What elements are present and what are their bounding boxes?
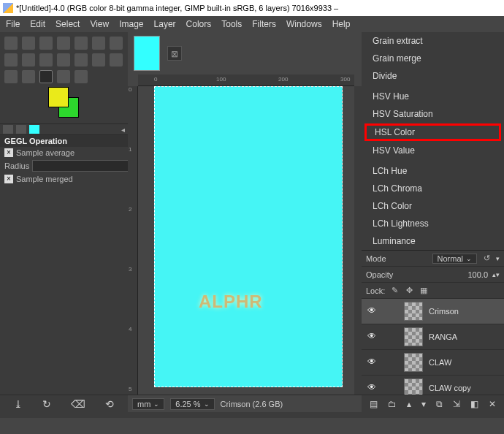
layer-name[interactable]: RANGA bbox=[429, 332, 457, 341]
chevron-down-icon[interactable]: ▾ bbox=[496, 255, 500, 262]
layer-row[interactable]: 👁CLAW bbox=[362, 350, 504, 376]
mode-row[interactable]: Mode Normal⌄ ↺ ▾ bbox=[362, 251, 504, 267]
layer-thumbnail[interactable] bbox=[404, 353, 423, 372]
unit-dropdown[interactable]: mm⌄ bbox=[132, 398, 164, 410]
layer-name[interactable]: CLAW bbox=[429, 358, 451, 367]
visibility-icon[interactable]: 👁 bbox=[366, 382, 378, 394]
radius-row[interactable]: Radius ▴▾ bbox=[0, 159, 128, 173]
tool-rect-select[interactable] bbox=[22, 37, 35, 50]
blend-mode-lch-hue[interactable]: LCh Hue bbox=[362, 162, 504, 180]
vertical-scrollbar[interactable] bbox=[354, 86, 362, 395]
layer-name[interactable]: Crimson bbox=[429, 307, 459, 316]
color-swatches[interactable] bbox=[48, 87, 86, 116]
blend-mode-grain-merge[interactable]: Grain merge bbox=[362, 50, 504, 67]
tool-fuzzy-select[interactable] bbox=[57, 37, 70, 50]
mode-dropdown[interactable]: Normal⌄ bbox=[432, 254, 477, 264]
opacity-row[interactable]: Opacity 100.0 ▴▾ bbox=[362, 267, 504, 283]
blend-mode-hsv-value[interactable]: HSV Value bbox=[362, 142, 504, 159]
blend-mode-menu[interactable]: Grain extractGrain mergeDivideHSV HueHSV… bbox=[362, 32, 504, 250]
layer-thumbnail[interactable] bbox=[404, 378, 423, 395]
blend-mode-lch-chroma[interactable]: LCh Chroma bbox=[362, 180, 504, 197]
duplicate-layer-icon[interactable]: ⧉ bbox=[436, 399, 443, 409]
tab-tooloptions-icon[interactable] bbox=[3, 125, 13, 134]
lock-position-icon[interactable]: ✥ bbox=[404, 286, 414, 295]
tool-text[interactable] bbox=[22, 70, 35, 83]
menu-image[interactable]: Image bbox=[119, 19, 143, 29]
menu-bar[interactable]: FileEditSelectViewImageLayerColorsToolsF… bbox=[0, 16, 504, 32]
tool-measure[interactable] bbox=[57, 70, 70, 83]
dock-menu-icon[interactable]: ◂ bbox=[121, 126, 125, 134]
blend-mode-hsv-saturation[interactable]: HSV Saturation bbox=[362, 105, 504, 123]
blend-mode-hsl-color[interactable]: HSL Color bbox=[364, 123, 501, 141]
tool-move[interactable] bbox=[4, 37, 18, 50]
restore-options-icon[interactable]: ↻ bbox=[42, 398, 51, 410]
merge-down-icon[interactable]: ⇲ bbox=[453, 399, 460, 409]
menu-help[interactable]: Help bbox=[332, 19, 351, 29]
canvas[interactable]: ALPHR bbox=[154, 86, 343, 387]
menu-view[interactable]: View bbox=[90, 19, 109, 29]
blend-mode-hsv-hue[interactable]: HSV Hue bbox=[362, 88, 504, 105]
tool-gradient[interactable] bbox=[22, 53, 35, 66]
lock-alpha-icon[interactable]: ▦ bbox=[419, 286, 429, 295]
close-image-icon[interactable]: ⊠ bbox=[167, 46, 182, 61]
tool-crop[interactable] bbox=[75, 37, 88, 50]
sample-average-row[interactable]: × Sample average bbox=[0, 147, 128, 159]
tool-rotate[interactable] bbox=[92, 37, 105, 50]
tool-eraser[interactable] bbox=[75, 53, 88, 66]
checkbox-icon[interactable]: × bbox=[4, 175, 13, 183]
fg-color[interactable] bbox=[48, 87, 69, 107]
save-options-icon[interactable]: ⤓ bbox=[14, 398, 23, 410]
delete-options-icon[interactable]: ⌫ bbox=[71, 398, 85, 410]
tool-scale[interactable] bbox=[110, 37, 123, 50]
tool-pencil[interactable] bbox=[39, 53, 53, 66]
dock-tabs[interactable]: ◂ bbox=[0, 123, 128, 135]
tool-free-select[interactable] bbox=[39, 37, 53, 50]
menu-file[interactable]: File bbox=[6, 19, 20, 29]
layer-row[interactable]: 👁Crimson bbox=[362, 299, 504, 324]
tool-gegl[interactable] bbox=[39, 70, 53, 83]
blend-mode-luminance[interactable]: Luminance bbox=[362, 232, 504, 250]
menu-tools[interactable]: Tools bbox=[221, 19, 242, 29]
spinner-icon[interactable]: ▴▾ bbox=[492, 271, 500, 278]
blend-mode-divide[interactable]: Divide bbox=[362, 67, 504, 85]
new-group-icon[interactable]: 🗀 bbox=[388, 399, 397, 409]
menu-layer[interactable]: Layer bbox=[154, 19, 176, 29]
tool-zoom[interactable] bbox=[75, 70, 88, 83]
layer-thumbnail[interactable] bbox=[404, 327, 423, 346]
canvas-area[interactable]: ALPHR bbox=[138, 86, 354, 395]
zoom-dropdown[interactable]: 6.25 %⌄ bbox=[170, 398, 214, 410]
layer-row[interactable]: 👁RANGA bbox=[362, 324, 504, 350]
switch-mode-icon[interactable]: ↺ bbox=[481, 254, 492, 263]
visibility-icon[interactable]: 👁 bbox=[366, 331, 378, 343]
new-layer-icon[interactable]: ▤ bbox=[370, 399, 378, 409]
lower-layer-icon[interactable]: ▾ bbox=[421, 399, 426, 409]
menu-filters[interactable]: Filters bbox=[252, 19, 276, 29]
raise-layer-icon[interactable]: ▴ bbox=[407, 399, 411, 409]
tab-device-icon[interactable] bbox=[16, 125, 26, 134]
blend-mode-grain-extract[interactable]: Grain extract bbox=[362, 32, 504, 50]
tool-clone[interactable] bbox=[92, 53, 105, 66]
visibility-icon[interactable]: 👁 bbox=[366, 357, 378, 368]
menu-windows[interactable]: Windows bbox=[286, 19, 322, 29]
image-tab-thumb[interactable] bbox=[134, 36, 160, 71]
menu-edit[interactable]: Edit bbox=[30, 19, 45, 29]
reset-options-icon[interactable]: ⟲ bbox=[105, 398, 114, 410]
visibility-icon[interactable]: 👁 bbox=[366, 305, 378, 317]
checkbox-icon[interactable]: × bbox=[4, 148, 13, 157]
menu-select[interactable]: Select bbox=[56, 19, 80, 29]
layer-name[interactable]: CLAW copy bbox=[429, 384, 471, 392]
layer-row[interactable]: 👁CLAW copy bbox=[362, 376, 504, 395]
delete-layer-icon[interactable]: ✕ bbox=[489, 399, 496, 409]
radius-input[interactable] bbox=[32, 160, 139, 172]
tool-path[interactable] bbox=[4, 70, 18, 83]
lock-pixels-icon[interactable]: ✎ bbox=[389, 286, 400, 295]
tool-smudge[interactable] bbox=[110, 53, 123, 66]
layer-thumbnail[interactable] bbox=[404, 302, 423, 321]
blend-mode-lch-color[interactable]: LCh Color bbox=[362, 197, 504, 215]
tool-brush[interactable] bbox=[57, 53, 70, 66]
tool-bucket[interactable] bbox=[4, 53, 18, 66]
blend-mode-lch-lightness[interactable]: LCh Lightness bbox=[362, 215, 504, 232]
mask-icon[interactable]: ◧ bbox=[470, 399, 478, 409]
menu-colors[interactable]: Colors bbox=[186, 19, 212, 29]
sample-merged-row[interactable]: × Sample merged bbox=[0, 173, 128, 185]
